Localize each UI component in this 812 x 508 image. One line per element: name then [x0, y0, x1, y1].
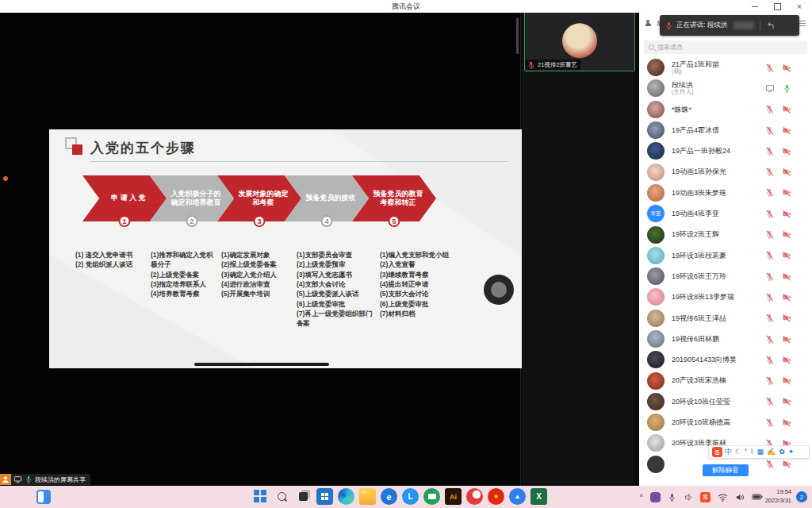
- member-name: 19动画4班李亚: [672, 210, 719, 217]
- battery-icon[interactable]: [752, 493, 763, 501]
- taskbar-app-icon[interactable]: [338, 488, 354, 505]
- widgets-icon[interactable]: [36, 490, 51, 504]
- member-row[interactable]: 21产品1班和苗 (我): [639, 57, 812, 78]
- member-role: (主持人): [672, 89, 694, 96]
- slide-bottom-bar: [194, 363, 329, 366]
- member-name: 19环设2班王辉: [672, 230, 719, 238]
- step-label: 预备党员的接收: [306, 194, 356, 202]
- avatar: [647, 288, 665, 306]
- step-label: 发展对象的确定和考察: [236, 190, 290, 208]
- taskbar-app-icon[interactable]: [274, 488, 290, 505]
- camera-off-icon: [782, 314, 791, 322]
- step-number-badge: 2: [186, 215, 198, 227]
- member-name: 20环设10班任莹莹: [672, 398, 730, 406]
- member-row[interactable]: 19视传6班王泽喆: [639, 308, 812, 329]
- ime-tool-icon[interactable]: 中: [725, 448, 732, 456]
- volume-icon[interactable]: [735, 493, 745, 502]
- camera-off-icon: [782, 64, 791, 72]
- mic-muted-icon: [765, 293, 774, 302]
- member-row[interactable]: 20环设10班任莹莹: [639, 391, 812, 412]
- member-row[interactable]: 19产品4霍冰倩: [639, 120, 812, 140]
- toast-divider: [760, 21, 760, 31]
- sogou-logo-icon[interactable]: S: [712, 447, 722, 457]
- member-row[interactable]: 19产品一班孙毅24: [639, 140, 812, 161]
- member-row[interactable]: 19视传6田林鹏: [639, 329, 812, 349]
- ime-tool-icon[interactable]: ☾: [735, 448, 741, 456]
- taskbar-app-icon[interactable]: [252, 488, 269, 505]
- member-name: 19环设6班王万玲: [672, 272, 726, 280]
- member-row[interactable]: 19环设6班王万玲: [639, 266, 812, 287]
- member-list[interactable]: 21产品1班和苗 (我) 段续洪 (主持人): [639, 57, 812, 486]
- mic-muted-icon: [765, 272, 774, 281]
- tile-name-bar: 21视传2班董艺: [525, 60, 580, 70]
- member-name: 20190541433向博昊: [672, 356, 737, 364]
- taskbar-clock[interactable]: 19:54 2022/3/31: [765, 488, 791, 505]
- member-row[interactable]: 19动画1班孙保光: [639, 161, 812, 182]
- unmute-button[interactable]: 解除静音: [703, 464, 749, 476]
- tencent-meeting-window: 腾讯会议 × 入党的五个步骤 申 请 入 党 1: [0, 0, 812, 508]
- step-label: 预备党员的教育考察和转正: [371, 190, 425, 208]
- member-row[interactable]: 19环设2班王辉: [639, 224, 812, 244]
- member-search-box[interactable]: [644, 40, 807, 54]
- notification-badge[interactable]: 2: [796, 491, 807, 502]
- taskbar-app-icon[interactable]: X: [530, 488, 547, 505]
- wifi-icon[interactable]: [718, 493, 728, 502]
- mic-muted-icon: [765, 460, 774, 468]
- mic-muted-icon: [765, 376, 774, 385]
- video-tile[interactable]: 21视传2班董艺: [525, 13, 634, 71]
- camera-bubble[interactable]: [484, 275, 514, 305]
- panel-menu-icon[interactable]: [799, 21, 806, 26]
- mic-muted-icon: [765, 105, 774, 114]
- member-name: 19视传6班王泽喆: [672, 314, 726, 322]
- mic-muted-icon: [765, 64, 774, 72]
- member-row[interactable]: *蛛蛛*: [639, 99, 812, 120]
- member-row[interactable]: 19环设3班段茗豪: [639, 245, 812, 266]
- taskbar-app-icon[interactable]: e: [381, 488, 397, 505]
- hidden-icons-chevron-icon[interactable]: ^: [640, 493, 643, 501]
- ime-tool-icon[interactable]: ✿: [779, 448, 785, 456]
- camera-off-icon: [782, 105, 791, 114]
- member-row[interactable]: 19环设8班13李梦瑞: [639, 287, 812, 307]
- slide-divider: [90, 161, 508, 162]
- maximize-button[interactable]: [772, 2, 782, 11]
- taskbar-app-icon[interactable]: [423, 488, 440, 505]
- step-arrow: 预备党员的教育考察和转正 5: [352, 175, 436, 221]
- member-row[interactable]: 20环设10班杨德高: [639, 412, 812, 433]
- taskbar-app-icon[interactable]: [466, 488, 483, 505]
- taskbar-app-icon[interactable]: [359, 488, 376, 505]
- avatar: [562, 23, 597, 58]
- member-row[interactable]: 李亚 19动画4班李亚: [639, 203, 812, 224]
- collapse-arrow-icon[interactable]: [766, 21, 775, 30]
- ime-tool-icon[interactable]: ✍: [767, 448, 776, 456]
- camera-off-icon: [782, 397, 791, 406]
- member-row[interactable]: 19动画3班朱梦瑶: [639, 183, 812, 203]
- ime-tool-icon[interactable]: ✦: [788, 448, 795, 456]
- ime-tool-icon[interactable]: ❜: [745, 448, 747, 456]
- mic-muted-icon: [765, 210, 774, 218]
- ime-toolbar[interactable]: S 中 ☾ ❜ ⌇ ▦ ✍ ✿ ✦: [708, 445, 810, 459]
- member-row[interactable]: 20190541433向博昊: [639, 349, 812, 370]
- share-banner: 段续洪的屏幕共享: [0, 474, 90, 485]
- taskbar-app-icon[interactable]: [295, 488, 312, 505]
- taskbar-app-icon[interactable]: ★: [488, 488, 504, 505]
- stage-scrollbar[interactable]: [516, 17, 519, 54]
- close-button[interactable]: ×: [795, 2, 804, 11]
- slide-title: 入党的五个步骤: [90, 139, 196, 157]
- camera-off-icon: [782, 126, 791, 135]
- member-row[interactable]: 20产设3班宋浩楠: [639, 370, 812, 391]
- mic-muted-icon: [765, 126, 774, 135]
- tray-audio-icon[interactable]: [684, 493, 693, 502]
- taskbar-app-icon[interactable]: L: [402, 488, 419, 505]
- ime-tool-icon[interactable]: ⌇: [750, 448, 753, 456]
- taskbar-app-icon[interactable]: Ai: [445, 488, 462, 505]
- sogou-tray-icon[interactable]: S: [700, 492, 710, 502]
- taskbar-app-icon[interactable]: ▲: [509, 488, 526, 505]
- taskbar-app-icon[interactable]: [316, 488, 333, 505]
- tray-app-icon[interactable]: [650, 492, 661, 502]
- member-row[interactable]: 段续洪 (主持人): [639, 78, 812, 98]
- minimize-button[interactable]: [750, 2, 760, 11]
- tray-mic-icon[interactable]: [668, 493, 676, 502]
- mic-muted-icon: [765, 335, 774, 344]
- ime-tool-icon[interactable]: ▦: [756, 448, 764, 456]
- search-input[interactable]: [657, 44, 802, 51]
